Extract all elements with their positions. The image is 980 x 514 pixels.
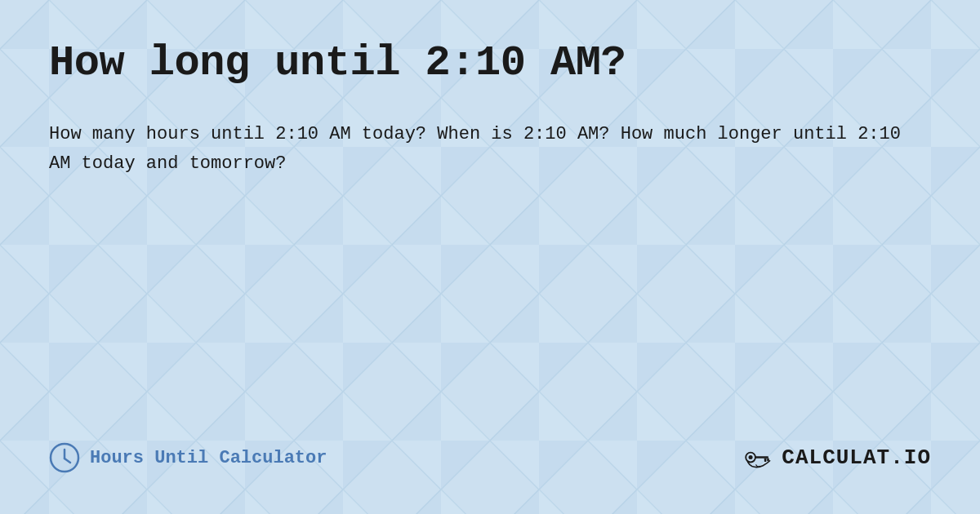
svg-point-11 [749, 455, 753, 459]
logo-right: CALCULAT.IO [742, 445, 931, 471]
hand-key-icon [742, 445, 777, 471]
svg-line-9 [65, 459, 70, 463]
svg-rect-12 [755, 456, 768, 459]
clock-icon [49, 442, 80, 473]
page-title: How long until 2:10 AM? [49, 39, 931, 87]
svg-rect-13 [764, 459, 767, 462]
page-description: How many hours until 2:10 AM today? When… [49, 120, 931, 179]
footer: Hours Until Calculator CALCULAT.IO [49, 442, 931, 481]
logo-text: CALCULAT.IO [782, 445, 931, 470]
footer-title: Hours Until Calculator [90, 448, 327, 468]
footer-branding-left: Hours Until Calculator [49, 442, 327, 473]
svg-rect-14 [768, 459, 770, 461]
